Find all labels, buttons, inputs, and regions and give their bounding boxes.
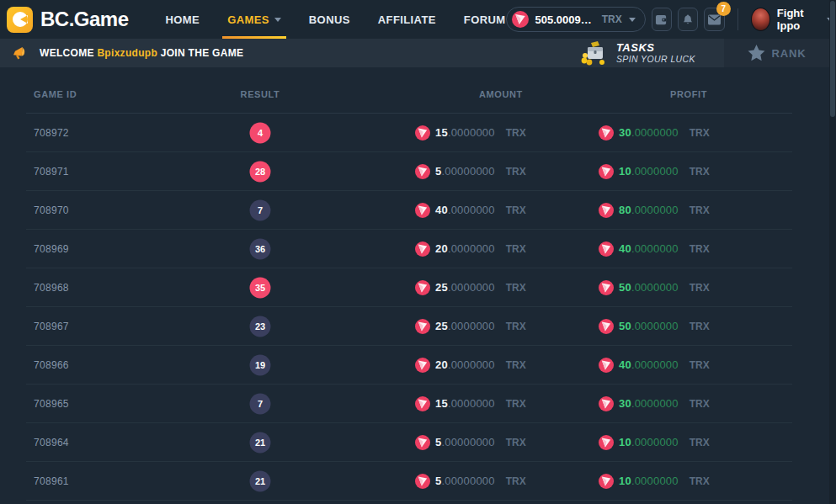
- balance-selector[interactable]: 505.0009… TRX: [506, 7, 646, 32]
- game-id: 708967: [34, 321, 69, 332]
- megaphone-icon: [11, 45, 29, 62]
- mail-badge: 7: [716, 2, 731, 16]
- welcome-banner: WELCOME Bpixzudupb JOIN THE GAME TASKS S…: [0, 39, 836, 67]
- game-id: 708966: [34, 359, 69, 371]
- amount-cell: 15.0000000 TRX: [415, 396, 526, 411]
- profit-cell: 80.0000000 TRX: [599, 203, 710, 218]
- currency-label: TRX: [690, 204, 710, 216]
- table-body: 708972 4 15.0000000 TRX 30.000000: [26, 114, 792, 501]
- currency-label: TRX: [690, 127, 710, 139]
- result-badge: 36: [250, 238, 271, 259]
- trx-coin-icon: [415, 203, 430, 218]
- nav-item-bonus[interactable]: BONUS: [309, 0, 350, 39]
- chevron-down-icon: [629, 18, 636, 22]
- wallet-button[interactable]: [652, 8, 672, 31]
- table-row[interactable]: 708968 35 25.0000000 TRX 50.00000: [26, 268, 792, 307]
- logo-icon: [7, 7, 33, 33]
- currency-label: TRX: [506, 359, 526, 371]
- amount-cell: 20.0000000 TRX: [415, 358, 526, 373]
- game-id: 708964: [34, 437, 69, 448]
- scrollbar-thumb[interactable]: [830, 1, 835, 117]
- amount-cell: 25.0000000 TRX: [415, 280, 526, 295]
- notifications-button[interactable]: [678, 8, 698, 31]
- amount-cell: 40.0000000 TRX: [415, 203, 526, 218]
- result-badge: 19: [250, 354, 271, 375]
- user-menu[interactable]: Fight Ippo: [751, 7, 834, 32]
- rank-link[interactable]: RANK: [724, 39, 829, 67]
- game-id: 708969: [34, 243, 69, 255]
- bets-table: GAME ID RESULT AMOUNT PROFIT 708972 4 15…: [26, 76, 792, 501]
- currency-label: TRX: [690, 437, 710, 448]
- table-row[interactable]: 708967 23 25.0000000 TRX 50.00000: [26, 307, 792, 346]
- trx-coin-icon: [415, 280, 430, 295]
- currency-label: TRX: [506, 321, 526, 332]
- currency-label: TRX: [690, 398, 710, 410]
- logo[interactable]: BC.Game: [7, 7, 129, 33]
- trx-coin-icon: [415, 435, 430, 450]
- trx-coin-icon: [512, 11, 529, 28]
- table-row[interactable]: 708969 36 20.0000000 TRX 40.00000: [26, 230, 792, 268]
- trx-coin-icon: [415, 319, 430, 334]
- trx-coin-icon: [599, 125, 614, 141]
- trx-coin-icon: [415, 125, 430, 141]
- welcome-suffix: JOIN THE GAME: [161, 47, 244, 59]
- result-badge: 7: [250, 393, 271, 414]
- profit-cell: 40.0000000 TRX: [599, 241, 710, 257]
- currency-label: TRX: [506, 204, 526, 216]
- messages-button[interactable]: 7: [704, 8, 724, 31]
- star-icon: [748, 45, 765, 61]
- header-right: 505.0009… TRX 7: [506, 7, 836, 32]
- currency-label: TRX: [690, 282, 710, 294]
- balance-currency: TRX: [602, 13, 622, 25]
- profit-cell: 30.0000000 TRX: [599, 396, 710, 411]
- currency-label: TRX: [690, 243, 710, 255]
- game-id: 708968: [34, 282, 69, 294]
- amount-cell: 25.0000000 TRX: [415, 319, 526, 334]
- table-row[interactable]: 708972 4 15.0000000 TRX 30.000000: [26, 114, 792, 152]
- nav-item-forum[interactable]: FORUM: [464, 0, 506, 39]
- mail-icon: [708, 14, 721, 25]
- currency-label: TRX: [690, 321, 710, 332]
- game-id: 708965: [34, 398, 69, 410]
- trx-coin-icon: [599, 164, 614, 179]
- welcome-message: WELCOME Bpixzudupb JOIN THE GAME: [0, 45, 243, 61]
- table-row[interactable]: 708966 19 20.0000000 TRX 40.00000: [26, 346, 792, 385]
- trx-coin-icon: [599, 319, 614, 334]
- nav-item-games[interactable]: GAMES: [227, 0, 281, 39]
- game-id: 708972: [34, 127, 69, 139]
- trx-coin-icon: [415, 241, 430, 257]
- amount-cell: 20.0000000 TRX: [415, 241, 526, 257]
- nav-item-affiliate[interactable]: AFFILIATE: [378, 0, 436, 39]
- profit-cell: 50.0000000 TRX: [599, 280, 710, 295]
- table-row[interactable]: 708970 7 40.0000000 TRX 80.000000: [26, 191, 792, 230]
- result-badge: 21: [250, 470, 271, 491]
- user-name: Fight Ippo: [777, 7, 820, 32]
- table-header: GAME ID RESULT AMOUNT PROFIT: [26, 76, 792, 114]
- currency-label: TRX: [506, 282, 526, 294]
- balance-value: 505.0009…: [535, 13, 592, 26]
- game-id: 708971: [34, 166, 69, 178]
- result-badge: 21: [250, 432, 271, 453]
- trx-coin-icon: [415, 474, 430, 489]
- game-id: 708970: [34, 204, 69, 216]
- profit-cell: 10.0000000 TRX: [599, 164, 710, 179]
- table-row[interactable]: 708961 21 5.00000000 TRX 10.00000: [26, 462, 792, 501]
- rank-label: RANK: [772, 47, 807, 60]
- nav-item-home[interactable]: HOME: [166, 0, 200, 39]
- divider: [737, 8, 738, 30]
- currency-label: TRX: [506, 437, 526, 448]
- welcome-prefix: WELCOME: [40, 47, 94, 59]
- currency-label: TRX: [506, 475, 526, 487]
- tasks-link[interactable]: TASKS SPIN YOUR LUCK: [579, 40, 695, 66]
- trx-coin-icon: [415, 396, 430, 411]
- trx-coin-icon: [599, 203, 614, 218]
- treasure-chest-icon: [579, 40, 608, 66]
- trx-coin-icon: [599, 280, 614, 295]
- table-row[interactable]: 708971 28 5.00000000 TRX 10.00000: [26, 152, 792, 191]
- column-result: RESULT: [241, 89, 280, 99]
- trx-coin-icon: [599, 358, 614, 373]
- currency-label: TRX: [506, 398, 526, 410]
- table-row[interactable]: 708965 7 15.0000000 TRX 30.000000: [26, 385, 792, 423]
- page-scrollbar[interactable]: [829, 0, 836, 504]
- table-row[interactable]: 708964 21 5.00000000 TRX 10.00000: [26, 423, 792, 462]
